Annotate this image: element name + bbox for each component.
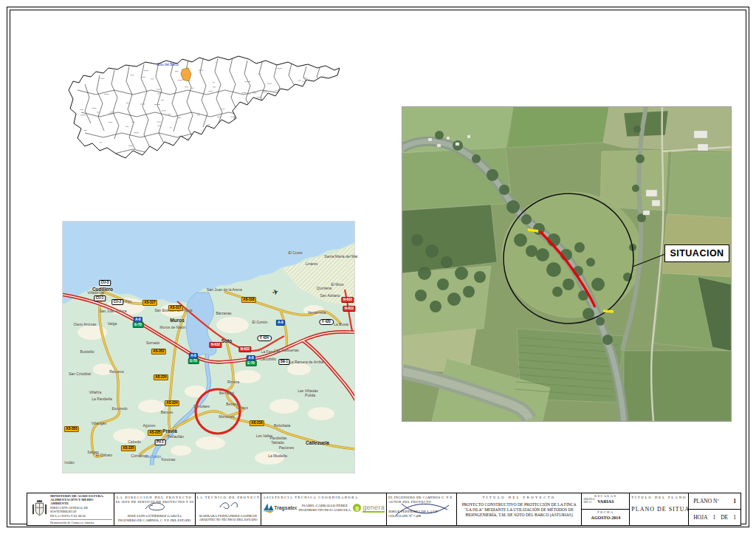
date-row: FECHA AGOSTO-2014 bbox=[582, 509, 629, 525]
town-label: San Adriano bbox=[320, 294, 340, 298]
assistance-header: ASISTENCIA TÉCNICA COORDINADORA bbox=[263, 496, 385, 500]
aerial-photo: SITUACION bbox=[402, 107, 731, 421]
asturias-municipalities-map: Soto del Barco bbox=[63, 46, 340, 175]
town-label: Pulida bbox=[305, 394, 315, 397]
town-label: Soto bbox=[221, 339, 232, 343]
plan-title-cell: TÍTULO DEL PLANO PLANO DE SITUACIÓN bbox=[630, 493, 689, 525]
ministry-subline: Demarcación de Costas en Asturias bbox=[50, 519, 112, 524]
ministry-text: MINISTERIO DE AGRICULTURA, ALIMENTACIÓN … bbox=[50, 494, 112, 525]
road-badge: AS-224 bbox=[165, 400, 179, 406]
sheet-number: 1 bbox=[712, 514, 715, 521]
genera-logo-icon: g bbox=[353, 504, 361, 512]
town-label: Peñaullán bbox=[168, 435, 184, 439]
road-badge: AS-225 bbox=[148, 430, 162, 436]
plan-number-value: 1 bbox=[733, 498, 736, 504]
project-title-line: BIOINGENIERÍA, T.M. DE SOTO DEL BARCO (A… bbox=[460, 513, 579, 518]
town-label: La Pandiella bbox=[92, 397, 112, 401]
road-badge: AS-352 bbox=[151, 349, 166, 355]
town-label: Bernadal bbox=[219, 391, 234, 395]
ministry-line: ALIMENTACIÓN Y MEDIO AMBIENTE bbox=[50, 498, 112, 506]
town-label: San Juan de la Arena bbox=[207, 288, 242, 292]
plan-number-row: PLANO Nº 1 bbox=[689, 493, 740, 509]
situacion-label: SITUACION bbox=[664, 244, 729, 262]
town-label: Escoredo bbox=[111, 407, 127, 411]
road-badge: E-70 bbox=[246, 360, 257, 366]
date-value: AGOSTO-2014 bbox=[582, 516, 629, 520]
town-label: Santa María del Mar bbox=[324, 255, 357, 259]
road-badge: CU-2 bbox=[111, 299, 123, 305]
author-subheader: AUTOR DEL PROYECTO bbox=[388, 500, 455, 504]
town-label: Ventaniella bbox=[308, 311, 326, 315]
author-header: EL INGENIERO DE CAMINOS C. Y P. bbox=[388, 496, 455, 500]
town-label: La Ramera de Arriba bbox=[289, 360, 323, 364]
town-label: El Muro bbox=[331, 283, 343, 287]
road-badge: CU-3 bbox=[99, 280, 111, 286]
road-badge: E-70 bbox=[133, 322, 144, 328]
author-role: COLEGIADO Nº 7.498 bbox=[388, 514, 455, 518]
road-badge: N-632 bbox=[209, 342, 221, 348]
assistance-role: INGENIERO TÉCNICO AGRÍCOLA bbox=[299, 508, 351, 512]
town-label: Somado bbox=[146, 341, 160, 345]
town-label: El Cueto bbox=[288, 251, 302, 255]
yellow-tick-start bbox=[528, 230, 538, 231]
town-label: Carcobillo bbox=[260, 357, 276, 361]
town-label: Rimera bbox=[227, 380, 239, 384]
town-label: El Cobaro bbox=[96, 453, 112, 457]
technician-cell: LA TÉCNICO DE PROYECTOS Y OBRAS BÁRBARA … bbox=[196, 493, 262, 525]
genera-logo-text: genera bbox=[362, 504, 385, 513]
town-label: Rebollada bbox=[274, 424, 291, 428]
genera-logo: g genera bbox=[353, 504, 385, 513]
project-direction-cell: LA DIRECCIÓN DEL PROYECTO EL JEFE DE SER… bbox=[114, 493, 196, 525]
town-label: Valga bbox=[108, 322, 117, 326]
roadmap-labels: CudilleroMurosSotoPraviaCallezuelaVillad… bbox=[63, 222, 354, 473]
project-title-cell: TÍTULO DEL PROYECTO PROYECTO CONSTRUCTIV… bbox=[457, 493, 583, 525]
direction-subheader: EL JEFE DE SERVICIO DE PROYECTOS Y OBRAS bbox=[116, 500, 193, 504]
svg-text:Tragsatec: Tragsatec bbox=[275, 505, 297, 511]
project-author-cell: EL INGENIERO DE CAMINOS C. Y P. AUTOR DE… bbox=[387, 493, 457, 525]
project-title-line: "LA ISLA" MEDIANTE LA UTILIZACIÓN DE MÉT… bbox=[460, 507, 579, 513]
town-label: La Mudiella bbox=[268, 454, 287, 458]
town-label: Tablado bbox=[271, 441, 284, 445]
town-label: Inclán bbox=[64, 461, 74, 465]
project-title-line: PROYECTO CONSTRUCTIVO DE PROTECCIÓN DE L… bbox=[460, 502, 579, 507]
direction-header: LA DIRECCIÓN DEL PROYECTO bbox=[116, 496, 193, 500]
scales-row: ESCALAS ORIGINAL DIN-A3 VARIAS bbox=[582, 493, 629, 509]
town-label: Villademar bbox=[87, 291, 105, 295]
town-label: Urnayo bbox=[236, 406, 248, 410]
road-badge: AS-225 bbox=[121, 445, 136, 451]
technician-signature bbox=[218, 500, 243, 510]
town-label: El Gortón bbox=[252, 321, 267, 324]
town-label: Muros de Nalón bbox=[159, 326, 185, 329]
town-label: San Juan Piñera bbox=[100, 309, 127, 313]
plan-number-label: PLANO Nº bbox=[693, 498, 719, 504]
sheet-label: HOJA bbox=[693, 514, 707, 521]
ministry-line: DIRECCIÓN GENERAL DE SOSTENIBILIDAD bbox=[50, 506, 112, 514]
road-badge: F 420 bbox=[319, 319, 334, 325]
town-label: Agones bbox=[143, 424, 156, 428]
ministry-line: DE LA COSTA Y EL MAR bbox=[50, 514, 112, 518]
technician-header: LA TÉCNICO DE PROYECTOS Y OBRAS bbox=[197, 496, 260, 500]
town-label: Callezuela bbox=[306, 441, 329, 445]
road-badge: F 424 bbox=[257, 335, 272, 341]
aerial-graphics bbox=[402, 107, 731, 421]
road-badge: SB-1 bbox=[278, 359, 289, 365]
highlighted-municipality-label: Soto del Barco bbox=[157, 63, 179, 66]
town-label: Bárzanas bbox=[216, 312, 231, 315]
town-label: Paciones bbox=[279, 446, 295, 450]
asturias-outline bbox=[69, 56, 340, 158]
road-badge: CU-1 bbox=[94, 295, 106, 301]
tragsatec-logo: Tragsatec bbox=[263, 502, 296, 515]
road-badge: N-632 bbox=[238, 346, 251, 352]
assistance-name: ISABEL CARBALLO PÉREZ bbox=[299, 504, 351, 508]
ministry-cell: MINISTERIO DE AGRICULTURA, ALIMENTACIÓN … bbox=[27, 493, 114, 525]
town-label: La Busta bbox=[334, 323, 348, 326]
plan-title-value: PLANO DE SITUACIÓN bbox=[631, 506, 687, 513]
town-label: Bances bbox=[161, 411, 173, 414]
plan-number-cell: PLANO Nº 1 HOJA 1 DE 1 bbox=[689, 493, 740, 525]
title-block: MINISTERIO DE AGRICULTURA, ALIMENTACIÓN … bbox=[27, 493, 741, 526]
date-header: FECHA bbox=[582, 510, 629, 515]
town-label: Otero Arroxas bbox=[74, 323, 97, 326]
road-badge: N-632 bbox=[343, 306, 355, 312]
town-label: Cabedo bbox=[128, 440, 141, 444]
yellow-tick-end bbox=[603, 311, 614, 312]
